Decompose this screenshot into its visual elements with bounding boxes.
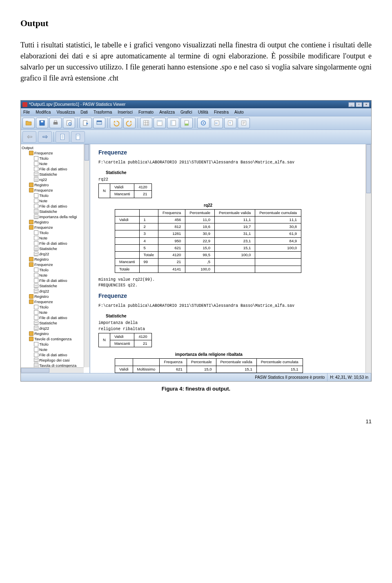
tree-item[interactable]: Frequenze [22, 150, 89, 156]
tree-item[interactable]: Registro [22, 257, 89, 262]
restore-button[interactable]: ▫ [356, 102, 362, 107]
outline-vscrollbar[interactable] [84, 144, 89, 367]
tree-item[interactable]: Statistiche [22, 246, 89, 251]
recall-dialog-button[interactable] [93, 118, 105, 128]
svg-rect-1 [41, 121, 43, 123]
goto-data-button[interactable] [140, 118, 152, 128]
tree-item[interactable]: Statistiche [22, 172, 89, 177]
tree-item[interactable]: File di dati attivo [22, 278, 89, 283]
tree-item[interactable]: Statistiche [22, 320, 89, 326]
show-hide-button[interactable] [197, 118, 209, 128]
menu-view[interactable]: Visualizza [56, 109, 75, 115]
print-button[interactable] [49, 118, 62, 128]
variables-button[interactable] [167, 118, 179, 128]
main-toolbar: H T [21, 116, 371, 130]
export-button[interactable] [80, 118, 92, 128]
svg-rect-24 [76, 134, 80, 140]
menu-analyze[interactable]: Analizza [159, 109, 175, 115]
tree-item[interactable]: Registro [22, 182, 89, 188]
tree-item[interactable]: Frequenze [22, 225, 89, 230]
open-button[interactable] [22, 118, 35, 128]
variable-name: rq22 [98, 176, 366, 183]
tree-item[interactable]: Titolo [22, 267, 89, 273]
menu-format[interactable]: Formato [138, 109, 154, 115]
page-icon [34, 353, 38, 357]
tree-item[interactable]: Note [22, 347, 89, 352]
output-heading: Frequenze [98, 148, 366, 157]
tree-item[interactable]: Frequenze [22, 262, 89, 267]
insert-heading-button[interactable]: H [211, 118, 223, 128]
outline-pane[interactable]: OutputFrequenzeTitoloNoteFile di dati at… [21, 144, 90, 373]
menu-transform[interactable]: Trasforma [94, 109, 112, 115]
svg-rect-11 [157, 121, 162, 122]
undo-button[interactable] [110, 118, 122, 128]
tree-item[interactable]: Titolo [22, 304, 89, 310]
tree-item[interactable]: drq22 [22, 288, 89, 294]
outline-hscrollbar[interactable] [21, 367, 84, 373]
book-icon [29, 299, 33, 304]
tree-item[interactable]: rq22 [22, 177, 89, 182]
menubar[interactable]: File Modifica Visualizza Dati Trasforma … [21, 108, 371, 116]
tree-item[interactable]: File di dati attivo [22, 203, 89, 209]
page-icon [34, 315, 38, 320]
minimize-button[interactable]: _ [348, 102, 355, 107]
save-button[interactable] [36, 118, 48, 128]
tree-item[interactable]: File di dati attivo [22, 241, 89, 246]
nav-doc-button[interactable] [56, 131, 69, 143]
redo-button[interactable] [123, 118, 136, 128]
page-icon [34, 167, 38, 171]
select-last-button[interactable] [180, 118, 193, 128]
menu-help[interactable]: Aiuto [234, 109, 244, 115]
dataset-path-2: F:\cartella pubblica\LABORATORIO 2011\ST… [98, 303, 366, 309]
tree-item[interactable]: File di dati attivo [22, 315, 89, 320]
menu-edit[interactable]: Modifica [36, 109, 51, 115]
menu-data[interactable]: Dati [80, 109, 88, 115]
tree-item[interactable]: Registro [22, 331, 89, 336]
menu-utilities[interactable]: Utilità [198, 109, 208, 115]
nav-doc2-button[interactable] [71, 131, 85, 143]
menu-file[interactable]: File [23, 109, 30, 115]
tree-item[interactable]: Titolo [22, 230, 89, 235]
nav-forward-button[interactable]: ⇨ [38, 131, 52, 143]
tree-item[interactable]: Frequenze [22, 188, 89, 193]
stat-subhead-2: Statistiche [106, 313, 366, 319]
tree-item[interactable]: Note [22, 235, 89, 241]
tree-item[interactable]: Riepilogo dei casi [22, 357, 89, 363]
tree-item[interactable]: File di dati attivo [22, 352, 89, 357]
tree-item[interactable]: Tavole di contingenza [22, 336, 89, 342]
tree-item[interactable]: File di dati attivo [22, 166, 89, 172]
tree-item[interactable]: Titolo [22, 156, 89, 161]
window-titlebar[interactable]: *Output1.spv [Documento1] - PASW Statist… [21, 101, 371, 108]
menu-window[interactable]: Finestra [214, 109, 229, 115]
menu-graphs[interactable]: Grafici [180, 109, 192, 115]
svg-point-17 [203, 123, 204, 124]
content-vscrollbar[interactable] [365, 144, 371, 373]
print-preview-button[interactable] [63, 118, 75, 128]
close-button[interactable]: × [363, 102, 370, 107]
tree-item[interactable]: Note [22, 273, 89, 278]
tree-item[interactable]: Registro [22, 219, 89, 225]
table-icon [34, 172, 38, 176]
tree-item[interactable]: drq22 [22, 251, 89, 257]
tree-item[interactable]: Titolo [22, 342, 89, 347]
tree-item[interactable]: Registro [22, 294, 89, 299]
tree-item[interactable]: Frequenze [22, 299, 89, 304]
table-icon [34, 321, 38, 325]
content-pane[interactable]: Frequenze F:\cartella pubblica\LABORATOR… [90, 144, 371, 373]
tree-item[interactable]: drq22 [22, 326, 89, 331]
menu-insert[interactable]: Inserisci [118, 109, 133, 115]
tree-item[interactable]: Titolo [22, 193, 89, 198]
tree-root[interactable]: Output [22, 145, 89, 150]
tree-item[interactable]: Note [22, 161, 89, 166]
insert-title-button[interactable]: T [224, 118, 236, 128]
tree-item[interactable]: Note [22, 198, 89, 203]
book-icon [29, 220, 33, 224]
tree-item[interactable]: Statistiche [22, 283, 89, 288]
tree-item[interactable]: Note [22, 310, 89, 315]
tree-item[interactable]: importanza della religi [22, 214, 89, 219]
svg-rect-15 [185, 124, 189, 126]
nav-back-button[interactable]: ⇦ [22, 131, 36, 143]
goto-case-button[interactable] [154, 118, 166, 128]
insert-text-button[interactable] [238, 118, 250, 128]
tree-item[interactable]: Statistiche [22, 209, 89, 214]
